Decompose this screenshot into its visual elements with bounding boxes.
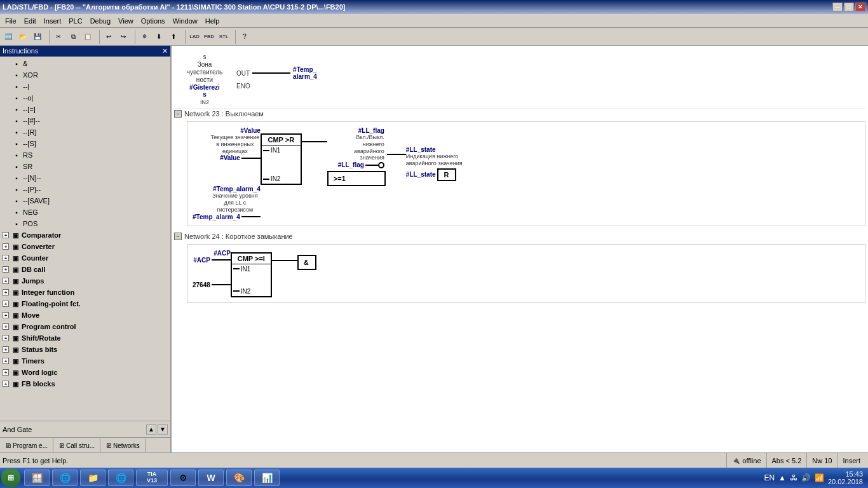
tree-item-coil[interactable]: ▪ --[=] <box>9 104 170 115</box>
tree-item-sr[interactable]: ▪ SR <box>9 161 170 172</box>
taskbar-app-ie[interactable]: 🌐 <box>52 470 78 486</box>
progctrl-icon: ▣ <box>10 322 20 332</box>
taskbar-app-winmgr[interactable]: 🪟 <box>24 470 50 486</box>
group-timers-label: Timers <box>22 357 44 365</box>
tree-item-mid-coil[interactable]: ▪ --[#]-- <box>9 115 170 126</box>
tb-help[interactable]: ? <box>238 30 252 44</box>
tb-save[interactable]: 💾 <box>31 30 44 44</box>
tree-item-pos[interactable]: ▪ POS <box>9 218 170 229</box>
menu-window[interactable]: Window <box>169 16 201 26</box>
group-status[interactable]: + ▣ Status bits <box>0 344 170 355</box>
start-button[interactable]: ⊞ <box>1 469 20 487</box>
app-minimize-button[interactable]: ─ <box>832 3 843 11</box>
net22-eno-row: ENO <box>236 83 253 90</box>
group-dbcall[interactable]: + ▣ DB call <box>0 264 170 275</box>
expand-counter[interactable]: + <box>3 255 9 261</box>
tree-item-no[interactable]: ▪ --o| <box>9 92 170 104</box>
val2-desc: Значение уровня для LL с гистерезисом <box>210 193 261 213</box>
app-maximize-button[interactable]: □ <box>844 3 854 11</box>
group-integer[interactable]: + ▣ Integer function <box>0 287 170 298</box>
tb-open[interactable]: 📂 <box>16 30 30 44</box>
group-shift[interactable]: + ▣ Shift/Rotate <box>0 332 170 344</box>
group-timers[interactable]: + ▣ Timers <box>0 355 170 367</box>
group-comparator-label: Comparator <box>22 231 61 239</box>
menu-insert[interactable]: Insert <box>40 16 65 26</box>
menu-options[interactable]: Options <box>137 16 169 26</box>
tb-lad[interactable]: LAD <box>187 30 201 44</box>
group-wordlogic[interactable]: + ▣ Word logic <box>0 367 170 378</box>
tb-compile[interactable]: ⚙ <box>137 30 151 44</box>
tb-download[interactable]: ⬇ <box>152 30 166 44</box>
taskbar-app-chrome[interactable]: 🌐 <box>108 470 133 486</box>
menu-file[interactable]: File <box>1 16 20 26</box>
search-up-btn[interactable]: ▲ <box>146 424 156 435</box>
expand-integer[interactable]: + <box>3 289 9 295</box>
tree-item-save[interactable]: ▪ --[SAVE] <box>9 195 170 207</box>
taskbar-app-gear[interactable]: ⚙ <box>170 470 196 486</box>
network23-expand[interactable]: − <box>174 110 182 118</box>
menu-help[interactable]: Help <box>201 16 224 26</box>
taskbar-app-word[interactable]: W <box>198 470 224 486</box>
tab-callstru[interactable]: 🖹 Call stru... <box>53 438 100 452</box>
taskbar-app-paint[interactable]: 🎨 <box>226 470 252 486</box>
tree-item-rs[interactable]: ▪ RS <box>9 149 170 161</box>
and-icon: ▪ <box>11 58 22 69</box>
network22-partial: s Зоначувствительности #Gisterezis IN2 O… <box>174 48 865 109</box>
tree-item-nc[interactable]: ▪ --| <box>9 81 170 92</box>
tb-upload[interactable]: ⬆ <box>166 30 180 44</box>
taskbar-app-explorer[interactable]: 📁 <box>80 470 105 486</box>
menu-view[interactable]: View <box>114 16 137 26</box>
taskbar-app-tia[interactable]: TIAV13 <box>136 470 168 486</box>
tb-redo[interactable]: ↪ <box>116 30 130 44</box>
right-area[interactable]: s Зоначувствительности #Gisterezis IN2 O… <box>172 46 868 452</box>
cmp-in1-line <box>263 150 269 151</box>
tb-fbd[interactable]: FBD <box>202 30 216 44</box>
tree-item-and[interactable]: ▪ & <box>9 58 170 69</box>
tb-paste[interactable]: 📋 <box>81 30 95 44</box>
group-progctrl[interactable]: + ▣ Program control <box>0 321 170 332</box>
group-converter[interactable]: + ▣ Converter <box>0 241 170 252</box>
cmp-i-junction-line <box>272 260 297 261</box>
group-float[interactable]: + ▣ Floating-point fct. <box>0 298 170 309</box>
expand-dbcall[interactable]: + <box>3 266 9 273</box>
network24-expand[interactable]: − <box>174 233 182 240</box>
menu-edit[interactable]: Edit <box>20 16 40 26</box>
expand-status[interactable]: + <box>3 346 9 353</box>
expand-wordlogic[interactable]: + <box>3 369 9 376</box>
tab-program[interactable]: 🖹 Program e... <box>0 438 53 452</box>
taskbar-app-chart[interactable]: 📊 <box>254 470 280 486</box>
tab-networks[interactable]: 🖹 Networks <box>100 438 146 452</box>
menu-plc[interactable]: PLC <box>65 16 86 26</box>
expand-converter[interactable]: + <box>3 243 9 250</box>
expand-comparator[interactable]: + <box>3 232 9 238</box>
ll-flag-name: #LL_flag <box>358 127 384 134</box>
tree-item-set[interactable]: ▪ --[S] <box>9 138 170 149</box>
group-jumps[interactable]: + ▣ Jumps <box>0 275 170 287</box>
expand-timers[interactable]: + <box>3 358 9 364</box>
group-counter[interactable]: + ▣ Counter <box>0 252 170 264</box>
expand-float[interactable]: + <box>3 301 9 307</box>
tb-copy[interactable]: ⧉ <box>66 30 80 44</box>
tree-item-reset[interactable]: ▪ --[R] <box>9 126 170 138</box>
menu-debug[interactable]: Debug <box>86 16 114 26</box>
group-fbblocks[interactable]: + ▣ FB blocks <box>0 378 170 390</box>
search-down-btn[interactable]: ▼ <box>158 424 168 435</box>
tree-item-fn[interactable]: ▪ --[N]-- <box>9 172 170 184</box>
left-panel-close[interactable]: ✕ <box>162 47 168 55</box>
tb-new[interactable]: 🆕 <box>1 30 15 44</box>
instruction-tree[interactable]: ▪ & ▪ XOR ▪ --| ▪ --o| ▪ --[=] ▪ --[#]-- <box>0 57 170 421</box>
group-move[interactable]: + ▣ Move <box>0 309 170 321</box>
expand-move[interactable]: + <box>3 312 9 318</box>
expand-fbblocks[interactable]: + <box>3 381 9 387</box>
tree-item-xor[interactable]: ▪ XOR <box>9 69 170 81</box>
tree-item-neg[interactable]: ▪ NEG <box>9 207 170 218</box>
tb-stl[interactable]: STL <box>217 30 231 44</box>
expand-progctrl[interactable]: + <box>3 323 9 330</box>
tb-undo[interactable]: ↩ <box>102 30 116 44</box>
expand-shift[interactable]: + <box>3 335 9 341</box>
group-comparator[interactable]: + ▣ Comparator <box>0 229 170 241</box>
app-close-button[interactable]: ✕ <box>855 3 865 11</box>
tree-item-fp[interactable]: ▪ --[P]-- <box>9 184 170 195</box>
tb-cut[interactable]: ✂ <box>51 30 65 44</box>
expand-jumps[interactable]: + <box>3 278 9 284</box>
